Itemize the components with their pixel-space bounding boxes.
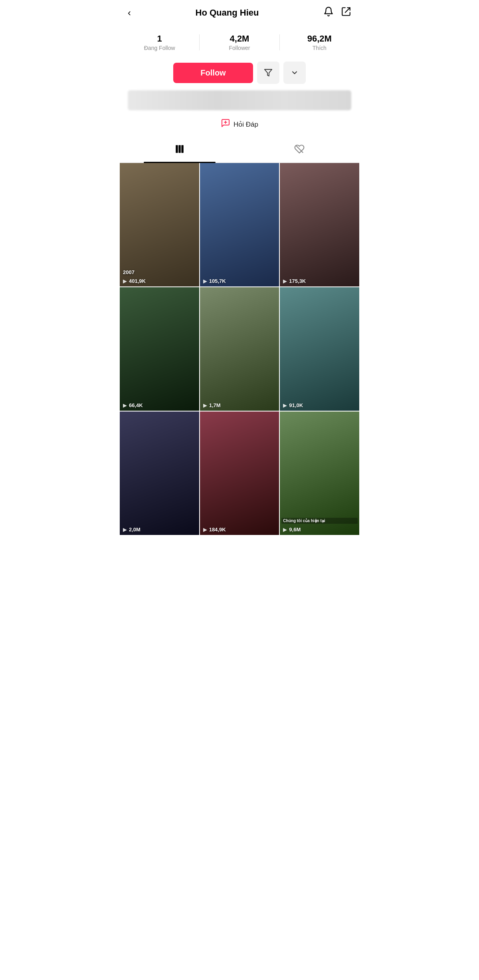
view-count-8: 184,9K [209, 527, 226, 533]
play-icon: ▶ [283, 278, 287, 284]
view-count-2: 105,7K [209, 278, 226, 284]
play-icon: ▶ [203, 402, 207, 408]
header-actions [323, 6, 351, 19]
video-item[interactable]: ▶ 175,3K [280, 163, 359, 286]
svg-rect-4 [178, 145, 180, 153]
video-overlay-8: ▶ 184,9K [200, 524, 279, 535]
video-grid: ▶ 401,9K 2007 ▶ 105,7K ▶ 175,3K ▶ 66,4K … [120, 163, 359, 535]
following-label: Đang Follow [124, 45, 195, 51]
view-count-6: 91,0K [289, 402, 303, 408]
video-overlay-2: ▶ 105,7K [200, 276, 279, 286]
svg-marker-0 [265, 70, 272, 76]
hoi-dap-section[interactable]: Hỏi Đáp [120, 114, 359, 138]
message-button[interactable] [257, 62, 279, 84]
view-count-9: 9,6M [289, 527, 301, 533]
follower-label: Follower [204, 45, 275, 51]
bio-area [128, 90, 351, 110]
video-overlay-7: ▶ 2,0M [120, 524, 199, 535]
video-item[interactable]: ▶ 2,0M [120, 411, 199, 535]
video-caption-9: Chúng tôi của hiện tại [281, 518, 358, 524]
video-overlay-6: ▶ 91,0K [280, 400, 359, 411]
view-count-1: 401,9K [129, 278, 146, 284]
likes-label: Thích [284, 45, 355, 51]
play-icon: ▶ [203, 278, 207, 284]
notification-icon[interactable] [323, 6, 334, 19]
view-count-7: 2,0M [129, 527, 141, 533]
svg-rect-5 [181, 145, 183, 153]
profile-tabs [120, 138, 359, 163]
video-item[interactable]: ▶ 184,9K [200, 411, 279, 535]
play-icon: ▶ [123, 402, 127, 408]
tab-liked[interactable] [240, 138, 359, 162]
video-overlay-9: ▶ 9,6M [280, 524, 359, 535]
video-overlay-3: ▶ 175,3K [280, 276, 359, 286]
play-icon: ▶ [203, 527, 207, 533]
likes-stat[interactable]: 96,2M Thích [280, 34, 359, 51]
stats-row: 1 Đang Follow 4,2M Follower 96,2M Thích [120, 26, 359, 55]
year-badge-1: 2007 [123, 269, 135, 275]
following-stat[interactable]: 1 Đang Follow [120, 34, 199, 51]
video-overlay-1: ▶ 401,9K [120, 276, 199, 286]
svg-rect-3 [176, 145, 178, 153]
hoi-dap-label: Hỏi Đáp [234, 120, 258, 129]
video-item[interactable]: ▶ 105,7K [200, 163, 279, 286]
view-count-5: 1,7M [209, 402, 221, 408]
follow-button[interactable]: Follow [173, 63, 253, 83]
hoi-dap-icon [221, 118, 230, 130]
video-overlay-5: ▶ 1,7M [200, 400, 279, 411]
video-item[interactable]: ▶ 1,7M [200, 287, 279, 411]
following-count: 1 [124, 34, 195, 44]
view-count-4: 66,4K [129, 402, 143, 408]
play-icon: ▶ [123, 278, 127, 284]
video-item[interactable]: ▶ 91,0K [280, 287, 359, 411]
play-icon: ▶ [123, 527, 127, 533]
video-overlay-4: ▶ 66,4K [120, 400, 199, 411]
video-item[interactable]: ▶ 9,6M Chúng tôi của hiện tại [280, 411, 359, 535]
play-icon: ▶ [283, 402, 287, 408]
more-options-button[interactable] [283, 62, 306, 84]
video-item[interactable]: ▶ 401,9K 2007 [120, 163, 199, 286]
video-item[interactable]: ▶ 66,4K [120, 287, 199, 411]
share-icon[interactable] [341, 6, 351, 19]
view-count-3: 175,3K [289, 278, 306, 284]
follower-stat[interactable]: 4,2M Follower [200, 34, 279, 51]
page-title: Ho Quang Hieu [196, 8, 259, 18]
action-buttons: Follow [120, 55, 359, 90]
back-button[interactable]: ‹ [128, 7, 131, 18]
play-icon: ▶ [283, 527, 287, 533]
follower-count: 4,2M [204, 34, 275, 44]
tab-videos[interactable] [120, 138, 240, 162]
header: ‹ Ho Quang Hieu [120, 0, 359, 26]
likes-count: 96,2M [284, 34, 355, 44]
